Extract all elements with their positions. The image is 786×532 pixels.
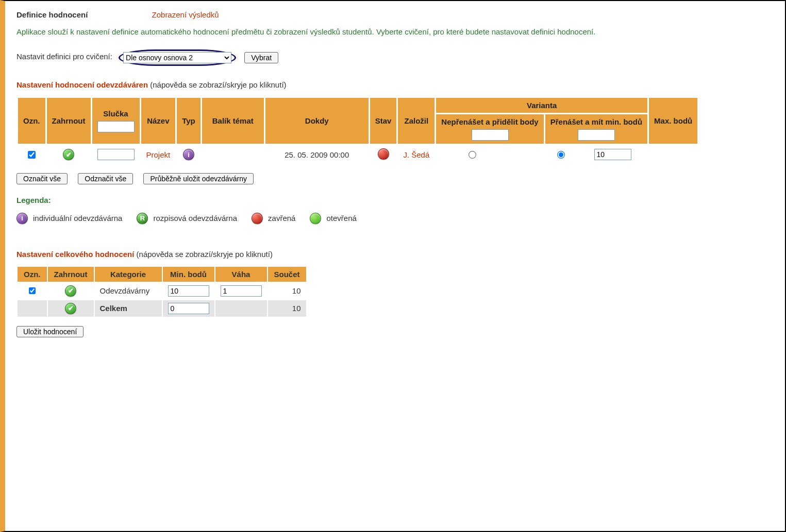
odevzdavarny-table: Ozn. Zahrnout Slučka Název Typ Balík tém… (16, 96, 699, 166)
row-dokdy: 25. 05. 2009 00:00 (265, 145, 369, 164)
save-odevzdavarny-button[interactable]: Průběžně uložit odevzdávárny (143, 173, 254, 184)
intro-text: Aplikace slouží k nastavení definice aut… (16, 26, 774, 38)
table-row: ✔ Projekt i 25. 05. 2009 00:00 J. Šedá (18, 145, 697, 164)
col-slucka: Slučka (92, 98, 140, 144)
celkove-table: Ozn. Zahrnout Kategorie Min. bodů Váha S… (16, 266, 307, 318)
tab-definition[interactable]: Definice hodnocení (16, 10, 88, 19)
individual-icon: i (16, 213, 28, 224)
col-varianta: Varianta (436, 98, 647, 113)
section2-hint: (nápověda se zobrazí/skryje po kliknutí) (137, 250, 273, 259)
var-a-header-input[interactable] (472, 129, 509, 141)
col-stav: Stav (370, 98, 397, 144)
col-ozn: Ozn. (18, 98, 45, 144)
g2-col-soucet: Součet (268, 267, 306, 282)
table-row: ✔ Odevzdávárny 10 (18, 283, 306, 299)
col-zahrnout: Zahrnout (47, 98, 91, 144)
g2-col-ozn: Ozn. (18, 267, 47, 282)
closed-status-icon (378, 148, 389, 160)
check-circle-icon: ✔ (63, 149, 74, 160)
g2-row1-soucet: 10 (268, 283, 306, 299)
legend-open: otevřená (326, 214, 356, 222)
open-icon (310, 213, 321, 224)
section1-title[interactable]: Nastavení hodnocení odevzdáváren (16, 80, 148, 89)
col-var-a: Nepřenášet a přidělit body (436, 114, 543, 144)
g2-row1-ozn-checkbox[interactable] (29, 287, 36, 294)
slucka-filter-input[interactable] (97, 121, 135, 132)
select-exercise-button[interactable]: Vybrat (244, 52, 278, 63)
g2-row2-kategorie: Celkem (95, 300, 162, 317)
col-slucka-label: Slučka (97, 109, 135, 118)
check-circle-icon: ✔ (65, 285, 76, 297)
rozpisova-icon: R (137, 213, 148, 224)
g2-row1-kategorie: Odevzdávárny (95, 283, 162, 299)
info-icon: i (183, 149, 194, 160)
row-ozn-checkbox[interactable] (28, 151, 36, 159)
legend-rozpisova: rozpisová odevzdávárna (153, 214, 237, 222)
exercise-select-oval: Dle osnovy osnova 2 (119, 49, 236, 66)
section1-hint: (nápověda se zobrazí/skryje po kliknutí) (150, 80, 286, 89)
col-var-b: Přenášet a mít min. bodů (545, 114, 647, 144)
row-nazev-link[interactable]: Projekt (146, 150, 171, 159)
g2-row2-min-input[interactable] (168, 303, 209, 314)
g2-col-vaha: Váha (215, 267, 267, 282)
legend-closed: zavřená (268, 214, 295, 222)
col-max: Max. bodů (649, 98, 697, 144)
col-var-b-label: Přenášet a mít min. bodů (550, 117, 642, 126)
var-b-header-input[interactable] (578, 129, 615, 141)
variant-a-radio[interactable] (469, 151, 476, 159)
row-zalozil-link[interactable]: J. Šedá (403, 150, 429, 159)
variant-b-radio[interactable] (557, 151, 565, 159)
col-typ: Typ (177, 98, 200, 144)
col-dokdy: Dokdy (265, 98, 369, 144)
variant-b-value-input[interactable] (594, 149, 631, 160)
save-hodnoceni-button[interactable]: Uložit hodnocení (16, 326, 83, 337)
tab-results[interactable]: Zobrazení výsledků (152, 10, 219, 19)
g2-col-kategorie: Kategorie (95, 267, 162, 282)
legend-title: Legenda: (16, 196, 774, 204)
exercise-select-label: Nastavit definici pro cvičení: (16, 52, 112, 61)
col-nazev: Název (141, 98, 176, 144)
table-row-sum: ✔ Celkem 10 (18, 300, 306, 317)
deselect-all-button[interactable]: Odznačit vše (78, 173, 133, 184)
col-var-a-label: Nepřenášet a přidělit body (441, 117, 538, 126)
col-zalozil: Založil (398, 98, 434, 144)
closed-icon (252, 213, 263, 224)
legend-row: i individuální odevzdávárna R rozpisová … (16, 213, 774, 224)
g2-row2-soucet: 10 (268, 300, 306, 317)
g2-col-zahrnout: Zahrnout (48, 267, 94, 282)
check-circle-icon: ✔ (65, 303, 76, 314)
g2-row1-min-input[interactable] (168, 285, 209, 297)
select-all-button[interactable]: Označit vše (16, 173, 68, 184)
exercise-select[interactable]: Dle osnovy osnova 2 (123, 52, 231, 63)
g2-row1-vaha-input[interactable] (221, 285, 262, 297)
legend-individual: individuální odevzdávárna (33, 214, 122, 222)
g2-col-min: Min. bodů (163, 267, 214, 282)
row-slucka-input[interactable] (97, 149, 135, 160)
col-balik: Balík témat (202, 98, 264, 144)
section2-title[interactable]: Nastavení celkového hodnocení (16, 250, 134, 259)
